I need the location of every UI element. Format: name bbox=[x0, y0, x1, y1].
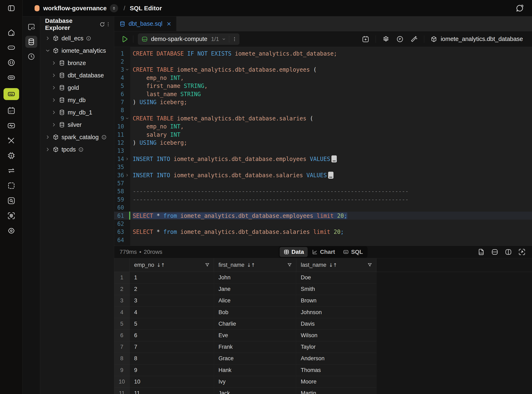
folded-code-ellipsis[interactable]: … bbox=[328, 172, 333, 179]
code-line-9[interactable]: 9CREATE TABLE iomete_analytics.dbt_datab… bbox=[114, 114, 532, 122]
rail-item-chip[interactable]: $ bbox=[4, 151, 19, 160]
fold-open-icon[interactable] bbox=[124, 116, 130, 121]
chevron-right-icon[interactable] bbox=[51, 72, 57, 78]
rail-item-calendar[interactable] bbox=[4, 106, 19, 115]
format-wand-icon[interactable] bbox=[410, 35, 418, 43]
code-line-14[interactable]: 14INSERT INTO iomete_analytics.dbt_datab… bbox=[114, 155, 532, 163]
code-line-10[interactable]: 10 emp_no INT, bbox=[114, 123, 532, 130]
rail-item-parens[interactable] bbox=[4, 58, 19, 67]
info-icon[interactable] bbox=[78, 147, 84, 152]
table-row[interactable]: 22JaneSmith bbox=[114, 284, 376, 295]
view-tab-chart[interactable]: Chart bbox=[308, 247, 339, 257]
parameters-icon[interactable]: P bbox=[396, 35, 404, 43]
code-line-1[interactable]: 1CREATE DATABASE IF NOT EXISTS iomete_an… bbox=[114, 49, 532, 57]
info-icon[interactable] bbox=[86, 36, 91, 41]
rail-item-server[interactable] bbox=[4, 43, 19, 52]
code-line-62[interactable]: 62 bbox=[114, 220, 532, 228]
tree-item-my_db[interactable]: my_db bbox=[40, 94, 114, 106]
code-line-3[interactable]: 3CREATE TABLE iomete_analytics.dbt_datab… bbox=[114, 66, 532, 74]
split-horizontal-icon[interactable] bbox=[491, 248, 499, 256]
code-line-64[interactable]: 64 bbox=[114, 236, 532, 244]
fold-closed-icon[interactable] bbox=[124, 173, 130, 177]
table-row[interactable]: 99HankThomas bbox=[114, 365, 376, 376]
rail-item-swap[interactable] bbox=[4, 166, 19, 175]
info-icon[interactable] bbox=[101, 135, 107, 140]
tree-item-iomete_analytics[interactable]: iomete_analytics bbox=[40, 44, 114, 57]
table-row[interactable]: 66EveWilson bbox=[114, 330, 376, 341]
filter-funnel-icon[interactable] bbox=[287, 262, 292, 268]
chevron-right-icon[interactable] bbox=[45, 35, 51, 41]
project-name[interactable]: workflow-governance bbox=[43, 5, 107, 12]
fold-open-icon[interactable] bbox=[124, 67, 130, 72]
view-tab-data[interactable]: Data bbox=[280, 247, 308, 257]
code-line-7[interactable]: 7) USING iceberg; bbox=[114, 98, 532, 106]
sort-icon[interactable]: ↓↑ bbox=[329, 262, 337, 268]
tree-item-gold[interactable]: gold bbox=[40, 82, 114, 94]
explorer-menu-icon[interactable] bbox=[105, 21, 111, 27]
compute-selector[interactable]: demo-spark-compute 1/1 bbox=[138, 33, 240, 45]
filter-funnel-icon[interactable] bbox=[367, 262, 373, 268]
code-line-36[interactable]: 36INSERT INTO iomete_analytics.dbt_datab… bbox=[114, 171, 532, 179]
code-line-61[interactable]: 61SELECT * from iomete_analytics.dbt_dat… bbox=[114, 212, 532, 220]
code-line-35[interactable]: 35 bbox=[114, 163, 532, 171]
tree-item-dell_ecs[interactable]: dell_ecs bbox=[40, 32, 114, 44]
code-line-57[interactable]: 57 bbox=[114, 179, 532, 187]
view-tab-sql[interactable]: SQLSQL bbox=[339, 247, 367, 257]
column-header-first_name[interactable]: first_name↓↑ bbox=[214, 258, 296, 272]
schedule-query-icon[interactable] bbox=[362, 35, 369, 43]
rail-item-home[interactable] bbox=[4, 28, 19, 37]
tree-item-bronze[interactable]: bronze bbox=[40, 57, 114, 69]
chevron-right-icon[interactable] bbox=[45, 146, 51, 153]
code-line-13[interactable]: 13 bbox=[114, 147, 532, 155]
settings-gear-icon[interactable] bbox=[382, 35, 390, 43]
filter-funnel-icon[interactable] bbox=[205, 262, 210, 268]
rail-item-selection[interactable] bbox=[4, 181, 19, 190]
tree-item-my_db_1[interactable]: my_db_1 bbox=[40, 106, 114, 119]
fold-closed-icon[interactable] bbox=[124, 157, 130, 161]
explorer-rail-clock[interactable] bbox=[25, 51, 37, 62]
refresh-icon[interactable] bbox=[99, 21, 105, 27]
code-line-58[interactable]: 58--------------------------------------… bbox=[114, 187, 532, 195]
code-line-12[interactable]: 12) USING iceberg; bbox=[114, 139, 532, 147]
code-line-5[interactable]: 5 first_name STRING, bbox=[114, 82, 532, 90]
chevron-down-icon[interactable] bbox=[45, 47, 51, 54]
chevron-down-icon[interactable] bbox=[221, 36, 226, 42]
tree-item-silver[interactable]: silver bbox=[40, 119, 114, 131]
code-line-4[interactable]: 4 emp_no INT, bbox=[114, 74, 532, 82]
table-row[interactable]: 88GraceAnderson bbox=[114, 353, 376, 364]
table-row[interactable]: 11JohnDoe bbox=[114, 272, 376, 284]
rail-item-sql[interactable]: SQL bbox=[4, 88, 19, 100]
tree-item-tpcds[interactable]: tpcds bbox=[40, 143, 114, 156]
tree-item-dbt_database[interactable]: dbt_database bbox=[40, 69, 114, 82]
project-switcher-button[interactable] bbox=[110, 4, 118, 12]
rail-item-tools[interactable] bbox=[4, 136, 19, 145]
code-line-2[interactable]: 2 bbox=[114, 57, 532, 65]
code-line-11[interactable]: 11 salary INT bbox=[114, 130, 532, 139]
code-line-6[interactable]: 6 last_name STRING bbox=[114, 90, 532, 98]
explorer-rail-db[interactable] bbox=[25, 36, 37, 48]
rail-item-equalizer[interactable] bbox=[4, 73, 19, 82]
close-tab-icon[interactable] bbox=[166, 21, 172, 27]
chevron-right-icon[interactable] bbox=[51, 60, 57, 66]
sort-icon[interactable]: ↓↑ bbox=[247, 262, 255, 268]
catalog-cube-icon[interactable] bbox=[430, 36, 437, 43]
code-line-63[interactable]: 63SELECT * from iomete_analytics.dbt_dat… bbox=[114, 228, 532, 236]
rail-item-search[interactable] bbox=[4, 196, 19, 205]
chevron-right-icon[interactable] bbox=[51, 85, 57, 91]
chevron-right-icon[interactable] bbox=[51, 109, 57, 115]
chevron-right-icon[interactable] bbox=[45, 134, 51, 140]
rail-item-cube-scan[interactable] bbox=[4, 211, 19, 220]
sidebar-toggle-icon[interactable] bbox=[7, 4, 15, 12]
code-line-60[interactable]: 60 bbox=[114, 203, 532, 211]
tab-dbt_base-sql[interactable]: dbt_base.sql bbox=[114, 16, 177, 31]
folded-code-ellipsis[interactable]: … bbox=[331, 156, 337, 162]
explorer-rail-codebox[interactable] bbox=[25, 21, 37, 33]
column-header-emp_no[interactable]: emp_no↓↑ bbox=[130, 258, 214, 272]
chevron-right-icon[interactable] bbox=[51, 97, 57, 103]
table-row[interactable]: 44BobJohnson bbox=[114, 307, 376, 318]
column-header-last_name[interactable]: last_name↓↑ bbox=[296, 258, 376, 272]
table-row[interactable]: 77FrankTaylor bbox=[114, 341, 376, 353]
rail-item-eye[interactable] bbox=[4, 226, 19, 235]
table-row[interactable]: 1111JackMartin bbox=[114, 388, 376, 394]
compute-menu-icon[interactable] bbox=[232, 36, 237, 42]
